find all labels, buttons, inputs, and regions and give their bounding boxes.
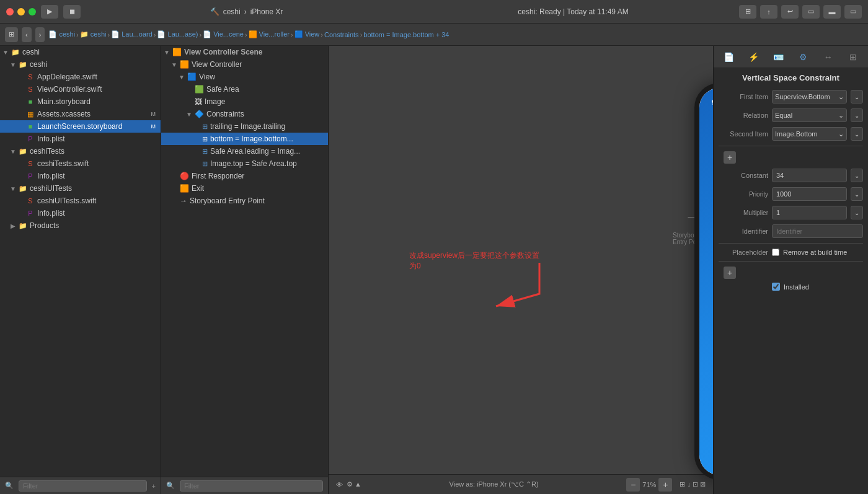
toolbar-back-btn[interactable]: ‹	[22, 27, 32, 42]
scene-filter-input[interactable]	[180, 480, 323, 492]
filter-icon: 🔍	[5, 482, 14, 490]
second-item-extra-btn[interactable]: ⌄	[851, 127, 863, 141]
breadcrumb-item-5[interactable]: 📄 Vie...cene	[203, 30, 244, 38]
zoom-in-btn[interactable]: +	[658, 478, 672, 492]
tree-item-main-storyboard[interactable]: ■ Main.storyboard	[0, 95, 161, 108]
breadcrumb-item-3[interactable]: 📄 Lau...oard	[111, 30, 153, 38]
close-button[interactable]	[6, 8, 14, 15]
scene-item-first-responder[interactable]: 🔴 First Responder	[161, 170, 328, 182]
zoom-out-btn[interactable]: −	[626, 478, 640, 492]
scene-item-view[interactable]: ▼ 🟦 View	[161, 71, 328, 83]
tree-item-info-plist3[interactable]: P Info.plist	[0, 207, 161, 219]
inspector-size-icon[interactable]: ↔	[820, 48, 837, 66]
storyboard-icon: ■	[26, 97, 35, 106]
second-item-select[interactable]: Image.Bottom ⌄	[772, 127, 847, 141]
chevron-down-icon: ⌄	[838, 130, 844, 138]
time-display: 9:41	[712, 99, 713, 106]
inspector-identity-icon[interactable]: 🪪	[769, 48, 787, 66]
tree-label: Main.storyboard	[37, 97, 91, 106]
panel-bottom-icon[interactable]: ▬	[823, 5, 841, 19]
scene-item-constraint-top[interactable]: ⊞ Image.top = Safe Area.top	[161, 157, 328, 170]
scene-item-image[interactable]: 🖼 Image	[161, 95, 328, 108]
first-item-label: First Item	[719, 93, 768, 100]
tree-item-ceshitests-swift[interactable]: S ceshiTests.swift	[0, 157, 161, 170]
scene-label: View Controller	[192, 60, 242, 69]
tree-item-ceshitests[interactable]: ▼ 📁 ceshiTests	[0, 145, 161, 157]
inspector-file-icon[interactable]: 📄	[720, 48, 737, 66]
first-item-select[interactable]: Superview.Bottom ⌄	[772, 90, 847, 104]
back-icon[interactable]: ↩	[781, 5, 799, 19]
add-installed-btn[interactable]: +	[724, 267, 736, 279]
scene-item-constraint-trailing[interactable]: ⊞ trailing = Image.trailing	[161, 120, 328, 133]
priority-control	[772, 187, 847, 201]
inspector-connect-icon[interactable]: ⊞	[844, 48, 862, 66]
scene-header-view-controller[interactable]: ▼ 🟧 View Controller Scene	[161, 46, 328, 58]
scene-footer: 🔍	[161, 477, 328, 494]
toolbar-grid-btn[interactable]: ⊞	[5, 27, 18, 42]
tree-item-root-ceshi[interactable]: ▼ 📁 ceshi	[0, 46, 161, 58]
iphone-screen: 9:41 ▲ ● ■ 方寸变革 改变世界 ☁ 云玺科技 YUNXI TECHNO…	[699, 88, 713, 475]
title-center: 🔨 ceshi › iPhone Xr	[86, 7, 407, 16]
first-item-extra-btn[interactable]: ⌄	[851, 90, 863, 104]
scene-item-entry-point[interactable]: → Storyboard Entry Point	[161, 195, 328, 207]
tree-item-ceshiuitests[interactable]: ▼ 📁 ceshiUITests	[0, 182, 161, 195]
file-filter-input[interactable]	[19, 480, 147, 492]
minimize-button[interactable]	[17, 8, 25, 15]
toolbar-forward-btn[interactable]: ›	[35, 27, 45, 42]
constant-input[interactable]	[772, 169, 847, 182]
scene-item-viewcontroller[interactable]: ▼ 🟧 View Controller	[161, 58, 328, 71]
second-item-label: Second Item	[719, 130, 768, 138]
tree-item-launchscreen[interactable]: ■ LaunchScreen.storyboard M	[0, 120, 161, 133]
multiplier-input[interactable]	[772, 206, 847, 219]
tree-item-info-plist2[interactable]: P Info.plist	[0, 170, 161, 182]
inspector-quick-icon[interactable]: ⚡	[745, 48, 762, 66]
tree-item-ceshiuitests-swift[interactable]: S ceshiUITests.swift	[0, 195, 161, 207]
priority-input[interactable]	[772, 187, 847, 201]
inspector-attr-icon[interactable]: ⚙	[795, 48, 812, 66]
breadcrumb-item-1[interactable]: 📄 ceshi	[48, 30, 75, 38]
tree-item-appdelegate[interactable]: S AppDelegate.swift	[0, 71, 161, 83]
maximize-button[interactable]	[29, 8, 36, 15]
titlebar-right-icons: ⊞ ↑ ↩ ▭ ▬ ▭	[739, 5, 862, 19]
add-btn[interactable]: +	[724, 151, 736, 164]
play-button[interactable]: ▶	[41, 5, 58, 19]
scene-outline: ▼ 🟧 View Controller Scene ▼ 🟧 View Contr…	[161, 46, 329, 494]
divider3	[719, 261, 863, 262]
breadcrumb-item-8[interactable]: Constraints	[324, 31, 359, 38]
breadcrumb-item-4[interactable]: 📄 Lau...ase)	[157, 30, 198, 38]
tree-item-info-plist[interactable]: P Info.plist	[0, 133, 161, 145]
scene-item-exit[interactable]: 🟧 Exit	[161, 182, 328, 195]
traffic-lights	[6, 8, 36, 15]
tree-item-ceshi[interactable]: ▼ 📁 ceshi	[0, 58, 161, 71]
share-icon[interactable]: ↑	[760, 5, 777, 19]
tree-item-viewcontroller[interactable]: S ViewController.swift	[0, 83, 161, 95]
placeholder-checkbox[interactable]	[772, 249, 779, 256]
identifier-label: Identifier	[719, 227, 768, 235]
canvas-footer-right: − 71% + ⊞ ↓ ⊡ ⊠	[626, 478, 706, 492]
tree-item-assets[interactable]: ▦ Assets.xcassets M	[0, 108, 161, 120]
app-name: ceshi	[223, 7, 241, 16]
breadcrumb-item-7[interactable]: 🟦 View	[294, 30, 320, 38]
multiplier-stepper[interactable]: ⌄	[851, 206, 863, 219]
stop-button[interactable]: ◼	[63, 5, 81, 19]
relation-extra-btn[interactable]: ⌄	[851, 108, 863, 122]
scene-item-safearea[interactable]: 🟩 Safe Area	[161, 83, 328, 95]
priority-stepper[interactable]: ⌄	[851, 187, 863, 201]
add-installed-row: +	[719, 267, 863, 279]
fullscreen-icon[interactable]: ⊞	[739, 5, 756, 19]
panel-right-icon[interactable]: ▭	[844, 5, 862, 19]
scene-item-constraints[interactable]: ▼ 🔷 Constraints	[161, 108, 328, 120]
breadcrumb-item-9[interactable]: bottom = Image.bottom + 34	[363, 31, 449, 38]
tree-item-products[interactable]: ▶ 📁 Products	[0, 219, 161, 232]
add-icon[interactable]: +	[152, 482, 156, 490]
installed-label: Installed	[784, 283, 809, 291]
breadcrumb-item-2[interactable]: 📁 ceshi	[80, 30, 107, 38]
constant-stepper[interactable]: ⌄	[851, 169, 863, 182]
identifier-input[interactable]	[772, 224, 863, 238]
scene-item-constraint-bottom[interactable]: ⊞ bottom = Image.bottom...	[161, 133, 328, 145]
installed-checkbox[interactable]	[772, 283, 780, 291]
relation-select[interactable]: Equal ⌄	[772, 108, 847, 122]
panel-left-icon[interactable]: ▭	[802, 5, 820, 19]
breadcrumb-item-6[interactable]: 🟧 Vie...roller	[249, 30, 290, 38]
scene-item-constraint-leading[interactable]: ⊞ Safe Area.leading = Imag...	[161, 145, 328, 157]
